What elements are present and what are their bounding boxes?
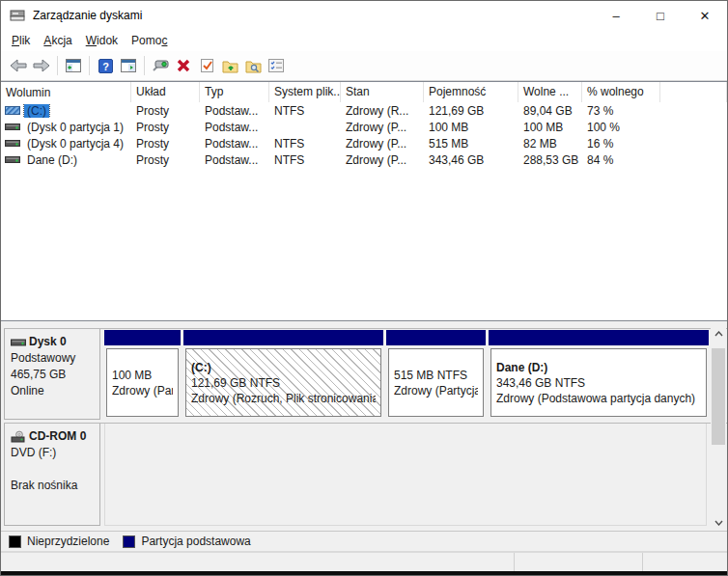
partition-block-dane[interactable]: Dane (D:) 343,46 GB NTFS Zdrowy (Podstaw… bbox=[489, 330, 709, 419]
delete-volume-icon[interactable] bbox=[172, 54, 195, 77]
disk-status: Online bbox=[11, 383, 99, 399]
title-bar: Zarządzanie dyskami – □ ✕ bbox=[1, 1, 727, 30]
disk-type: Podstawowy bbox=[11, 350, 99, 367]
screen-edge-strip bbox=[1, 571, 727, 575]
volume-name: Dane (D:) bbox=[24, 153, 80, 167]
back-icon[interactable] bbox=[7, 54, 30, 77]
show-console-tree-icon[interactable] bbox=[62, 54, 85, 77]
volume-fs: NTFS bbox=[269, 137, 341, 151]
cdrom-empty-region[interactable] bbox=[104, 424, 707, 526]
volume-fs: NTFS bbox=[269, 104, 341, 118]
partition-block-recovery[interactable]: 515 MB NTFS Zdrowy (Partycja ( bbox=[386, 330, 486, 419]
close-button[interactable]: ✕ bbox=[683, 1, 727, 30]
column-header-pct-wolnego[interactable]: % wolnego bbox=[582, 82, 660, 102]
volume-free: 89,04 GB bbox=[518, 104, 582, 118]
mark-partition-icon[interactable] bbox=[195, 54, 218, 77]
volume-status: Zdrowy (P... bbox=[341, 137, 424, 151]
menu-bar: Plik Akcja Widok Pomoc bbox=[1, 30, 727, 51]
menu-widok[interactable]: Widok bbox=[79, 32, 125, 49]
toolbar-separator bbox=[89, 56, 90, 75]
status-bar bbox=[1, 551, 727, 571]
volume-layout: Prosty bbox=[131, 104, 200, 118]
table-row[interactable]: (Dysk 0 partycja 1) Prosty Podstaw... Zd… bbox=[1, 119, 727, 135]
disk-icon bbox=[11, 338, 26, 347]
toolbar-separator bbox=[144, 56, 145, 75]
column-header-uklad[interactable]: Układ bbox=[131, 82, 200, 102]
scroll-up-icon[interactable] bbox=[711, 325, 726, 342]
volume-pct-free: 16 % bbox=[582, 137, 660, 151]
volume-pct-free: 73 % bbox=[582, 104, 660, 118]
help-icon[interactable]: ? bbox=[94, 54, 117, 77]
toolbar: ? bbox=[1, 51, 727, 81]
volume-type: Podstaw... bbox=[200, 153, 269, 167]
disk0-panel[interactable]: Dysk 0 Podstawowy 465,75 GB Online bbox=[4, 329, 100, 420]
legend-unallocated-label: Nieprzydzielone bbox=[27, 535, 109, 548]
column-header-stan[interactable]: Stan bbox=[341, 82, 424, 102]
volume-status: Zdrowy (P... bbox=[341, 153, 424, 167]
disk-management-window: Zarządzanie dyskami – □ ✕ Plik Akcja Wid… bbox=[0, 0, 728, 576]
partition-color-bar bbox=[183, 330, 383, 345]
cdrom-panel[interactable]: CD-ROM 0 DVD (F:) Brak nośnika bbox=[4, 424, 100, 526]
volume-icon bbox=[5, 122, 20, 132]
menu-plik[interactable]: Plik bbox=[5, 32, 37, 49]
partition-color-bar bbox=[104, 330, 181, 345]
partition-name: Dane (D:) bbox=[496, 360, 701, 375]
volume-type: Podstaw... bbox=[200, 137, 269, 151]
cdrom-name: CD-ROM 0 bbox=[29, 428, 86, 445]
volume-layout: Prosty bbox=[131, 121, 200, 134]
show-action-pane-icon[interactable] bbox=[117, 54, 140, 77]
properties-icon[interactable] bbox=[265, 54, 288, 77]
volume-layout: Prosty bbox=[131, 153, 200, 167]
cdrom-media-status: Brak nośnika bbox=[11, 478, 99, 494]
volume-free: 288,53 GB bbox=[518, 153, 582, 167]
volume-status: Zdrowy (P... bbox=[341, 121, 424, 134]
cdrom-icon bbox=[11, 430, 26, 444]
legend-primary-partition-label: Partycja podstawowa bbox=[141, 535, 250, 548]
partition-size: 343,46 GB NTFS bbox=[496, 375, 701, 391]
vertical-scrollbar[interactable] bbox=[711, 325, 726, 531]
table-row[interactable]: (Dysk 0 partycja 4) Prosty Podstaw... NT… bbox=[1, 135, 727, 151]
volume-list-pane: Wolumin Układ Typ System plik... Stan Po… bbox=[1, 81, 727, 321]
forward-icon[interactable] bbox=[30, 54, 53, 77]
scroll-down-icon[interactable] bbox=[711, 514, 726, 531]
status-cell bbox=[643, 553, 727, 571]
table-row[interactable]: (C:) Prosty Podstaw... NTFS Zdrowy (R...… bbox=[1, 102, 727, 119]
volume-type: Podstaw... bbox=[200, 104, 269, 118]
volume-icon bbox=[5, 105, 20, 116]
toolbar-separator bbox=[57, 56, 58, 75]
volume-free: 82 MB bbox=[518, 137, 582, 151]
menu-pomoc[interactable]: Pomoc bbox=[125, 32, 174, 49]
volume-capacity: 515 MB bbox=[424, 137, 518, 151]
menu-akcja[interactable]: Akcja bbox=[37, 32, 78, 49]
cdrom-row: CD-ROM 0 DVD (F:) Brak nośnika bbox=[4, 423, 727, 526]
disk-size: 465,75 GB bbox=[11, 367, 99, 383]
volume-layout: Prosty bbox=[131, 137, 200, 151]
volume-name: (Dysk 0 partycja 1) bbox=[24, 121, 126, 134]
partition-status: Zdrowy (Podstawowa partycja danych) bbox=[496, 391, 701, 406]
volume-pct-free: 100 % bbox=[582, 121, 660, 134]
volume-icon bbox=[5, 154, 20, 165]
partition-size: 121,69 GB NTFS bbox=[191, 375, 376, 391]
partition-block-c[interactable]: (C:) 121,69 GB NTFS Zdrowy (Rozruch, Pli… bbox=[183, 330, 383, 419]
explore-icon[interactable] bbox=[241, 54, 265, 77]
open-icon[interactable] bbox=[218, 54, 241, 77]
partition-name: (C:) bbox=[191, 360, 376, 375]
rescan-disks-icon[interactable] bbox=[149, 54, 172, 77]
status-cell bbox=[1, 553, 515, 571]
column-header-system-plikow[interactable]: System plik... bbox=[269, 82, 341, 102]
scrollbar-thumb[interactable] bbox=[712, 348, 725, 445]
volume-icon bbox=[5, 138, 20, 149]
column-header-pojemnosc[interactable]: Pojemność bbox=[424, 82, 518, 102]
column-header-wolne[interactable]: Wolne ... bbox=[518, 82, 582, 102]
column-header-typ[interactable]: Typ bbox=[200, 82, 269, 102]
column-header-wolumin[interactable]: Wolumin bbox=[1, 82, 131, 102]
volume-list-header: Wolumin Układ Typ System plik... Stan Po… bbox=[1, 82, 727, 102]
volume-capacity: 343,46 GB bbox=[424, 153, 518, 167]
partition-size: 515 MB NTFS bbox=[394, 368, 478, 383]
volume-status: Zdrowy (R... bbox=[341, 104, 424, 118]
minimize-button[interactable]: – bbox=[594, 1, 638, 30]
maximize-button[interactable]: □ bbox=[638, 1, 683, 30]
partition-color-bar bbox=[489, 330, 709, 345]
table-row[interactable]: Dane (D:) Prosty Podstaw... NTFS Zdrowy … bbox=[1, 151, 727, 168]
partition-block-system[interactable]: 100 MB Zdrowy (Par bbox=[104, 330, 181, 419]
